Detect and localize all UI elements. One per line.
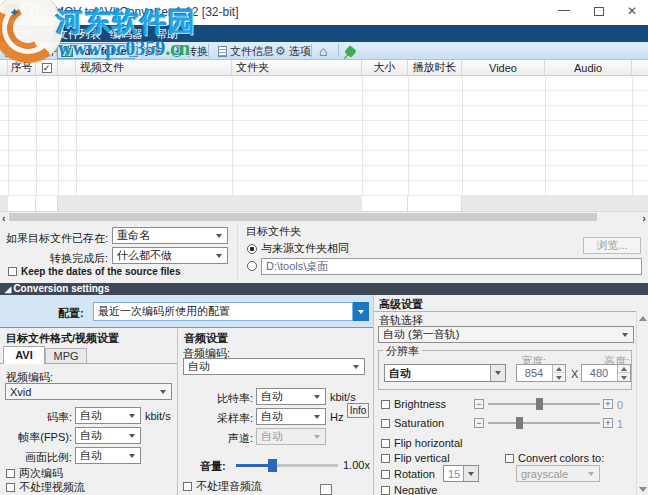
two-pass-checkbox-row[interactable]: 两次编码	[6, 466, 63, 481]
same-as-source-radio-row[interactable]: 与来源文件夹相同	[247, 241, 349, 256]
sample-rate-select[interactable]: 自动	[256, 408, 326, 425]
audio-bitrate-select[interactable]: 自动	[256, 388, 326, 405]
brightness-checkbox-row[interactable]: Brightness	[381, 398, 446, 410]
convert-colors-checkbox-row[interactable]: Convert colors to:	[505, 452, 604, 464]
spin-up-icon[interactable]	[617, 365, 630, 373]
saturation-minus-button[interactable]: −	[474, 418, 484, 428]
convert-colors-select[interactable]: grayscale	[516, 465, 600, 482]
conversion-settings-header[interactable]: ◢ Conversion settings	[0, 283, 648, 295]
scroll-right-arrow-icon[interactable]: ›	[642, 213, 646, 223]
same-as-source-radio[interactable]	[247, 244, 257, 254]
audio-track-select[interactable]: 自动 (第一音轨)	[378, 326, 634, 343]
aspect-value: 自动	[80, 448, 102, 463]
brightness-slider-thumb[interactable]	[536, 398, 543, 410]
resolution-mode-select[interactable]: 自动	[384, 364, 506, 382]
brightness-minus-button[interactable]: −	[474, 399, 484, 409]
audio-encoder-select[interactable]: 自动	[183, 358, 365, 375]
rotation-label: Rotation	[394, 468, 435, 480]
skip-audio-checkbox[interactable]	[183, 482, 192, 491]
if-exists-select[interactable]: 重命名	[112, 227, 228, 244]
rotation-dropdown-button[interactable]	[463, 466, 478, 481]
resolution-dropdown-button[interactable]	[490, 365, 505, 381]
convert-colors-label: Convert colors to:	[518, 452, 604, 464]
custom-folder-input[interactable]: D:\tools\桌面	[261, 258, 642, 275]
footer-cell	[362, 196, 408, 211]
volume-value: 1.00x	[343, 459, 370, 471]
column-header-size[interactable]: 大小	[362, 60, 408, 75]
horizontal-scrollbar-thumb[interactable]	[9, 213, 597, 221]
maximize-button[interactable]	[594, 7, 604, 16]
brightness-checkbox[interactable]	[381, 400, 390, 409]
skip-audio-checkbox-row[interactable]: 不处理音频流	[183, 479, 262, 494]
chevron-down-icon	[216, 234, 222, 238]
video-encoder-select[interactable]: Xvid	[5, 383, 172, 400]
aspect-select[interactable]: 自动	[75, 447, 141, 464]
profile-dropdown-button[interactable]	[353, 302, 369, 321]
spin-up-icon[interactable]	[552, 365, 565, 373]
video-bitrate-select[interactable]: 自动	[75, 407, 141, 424]
resolution-group-label: 分辨率	[383, 344, 422, 359]
panel-divider	[373, 295, 374, 495]
height-spinner[interactable]: 480	[581, 364, 631, 382]
minimize-button[interactable]: —	[556, 2, 572, 18]
custom-folder-radio[interactable]	[247, 261, 257, 271]
column-header-spacer	[632, 60, 648, 75]
profile-select[interactable]: 最近一次编码所使用的配置	[93, 302, 353, 321]
spin-down-icon[interactable]	[552, 373, 565, 381]
skip-video-checkbox[interactable]	[6, 483, 15, 492]
advanced-panel-scrollbar[interactable]	[636, 311, 648, 495]
saturation-plus-button[interactable]: +	[603, 418, 613, 428]
select-all-checkbox[interactable]: ✓	[42, 63, 52, 73]
flip-horizontal-checkbox[interactable]	[381, 439, 390, 448]
after-convert-select[interactable]: 什么都不做	[112, 247, 228, 264]
tab-mpg[interactable]: MPG	[45, 348, 87, 363]
brightness-plus-button[interactable]: +	[603, 399, 613, 409]
column-header-folder[interactable]: 文件夹	[232, 60, 362, 75]
pin-on-top-button[interactable]	[343, 43, 358, 59]
saturation-checkbox[interactable]	[381, 419, 390, 428]
tab-avi[interactable]: AVI	[3, 346, 45, 364]
width-spinner[interactable]: 854	[516, 364, 566, 382]
column-header-duration[interactable]: 播放时长	[408, 60, 462, 75]
brightness-slider-track[interactable]	[488, 403, 600, 405]
volume-slider-thumb[interactable]	[268, 459, 277, 472]
options-button[interactable]: ⚙ 选项	[272, 43, 314, 59]
column-header-select-all[interactable]: ✓	[36, 60, 58, 75]
column-header-video-file[interactable]: 视频文件	[76, 60, 232, 75]
channels-select[interactable]: 自动	[256, 428, 326, 445]
column-header-video[interactable]: Video	[462, 60, 545, 75]
file-info-button[interactable]: 文件信息	[215, 43, 277, 59]
convert-colors-checkbox[interactable]	[505, 454, 514, 463]
negative-checkbox[interactable]	[381, 486, 390, 495]
info-button[interactable]: Info	[347, 403, 369, 418]
keep-dates-checkbox[interactable]	[8, 267, 17, 276]
saturation-slider-thumb[interactable]	[516, 417, 523, 429]
column-header-audio[interactable]: Audio	[545, 60, 632, 75]
keep-dates-checkbox-row[interactable]: Keep the dates of the source files	[8, 266, 181, 277]
flip-vertical-checkbox-row[interactable]: Flip vertical	[381, 452, 450, 464]
advanced-panel-header: 高级设置	[379, 297, 423, 312]
audio-bitrate-label: 比特率:	[183, 391, 253, 406]
scroll-up-arrow-icon[interactable]	[639, 316, 647, 321]
rotation-checkbox-row[interactable]: Rotation	[381, 468, 435, 480]
rotation-select[interactable]: 15	[443, 465, 479, 482]
saturation-slider-track[interactable]	[488, 422, 600, 424]
spin-down-icon[interactable]	[617, 373, 630, 381]
skip-video-checkbox-row[interactable]: 不处理视频流	[6, 480, 85, 495]
scroll-left-arrow-icon[interactable]: ‹	[2, 213, 6, 223]
saturation-checkbox-row[interactable]: Saturation	[381, 417, 444, 429]
two-pass-checkbox[interactable]	[6, 469, 15, 478]
flip-horizontal-checkbox-row[interactable]: Flip horizontal	[381, 437, 462, 449]
negative-checkbox-row[interactable]: Negative	[381, 484, 437, 495]
flip-vertical-checkbox[interactable]	[381, 454, 390, 463]
scroll-down-arrow-icon[interactable]	[639, 487, 647, 492]
fps-select[interactable]: 自动	[75, 427, 141, 444]
home-button[interactable]: ⌂	[316, 43, 330, 59]
browse-button[interactable]: 浏览...	[583, 237, 641, 254]
chevron-down-icon	[129, 434, 135, 438]
close-button[interactable]: ✕	[624, 3, 640, 19]
rotation-checkbox[interactable]	[381, 470, 390, 479]
custom-folder-radio-row[interactable]	[247, 261, 257, 271]
volume-slider-track[interactable]	[272, 464, 338, 467]
channels-label: 声道:	[183, 431, 253, 446]
